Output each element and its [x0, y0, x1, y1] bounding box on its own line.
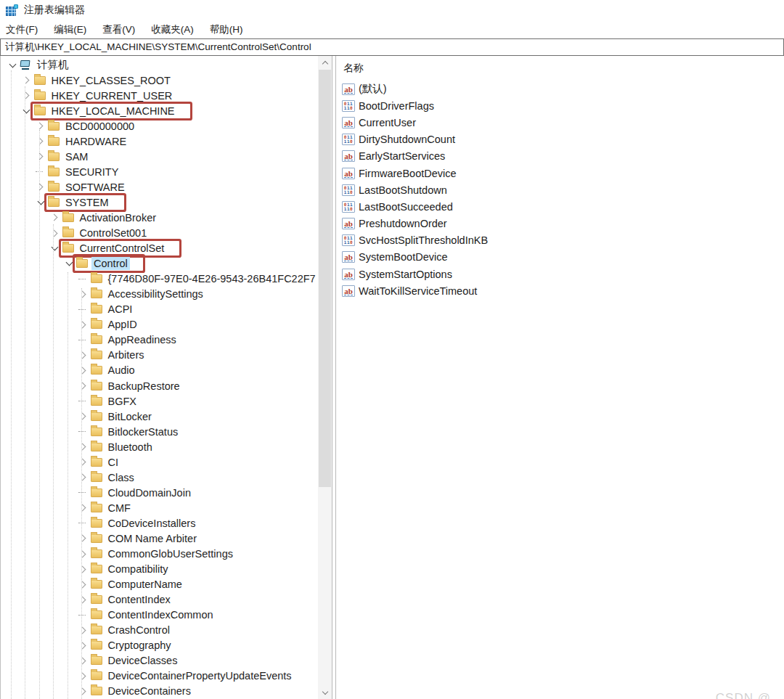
scroll-up-icon[interactable]: [318, 56, 332, 69]
value-row-systembootdevice[interactable]: abSystemBootDevice: [342, 249, 784, 266]
expand-chevron-icon[interactable]: [78, 567, 89, 572]
tree-item-cmf[interactable]: CMF: [1, 500, 316, 515]
value-row-firmwarebootdevice[interactable]: abFirmwareBootDevice: [342, 165, 784, 181]
tree-item-codeviceinstallers[interactable]: CoDeviceInstallers: [1, 515, 316, 531]
address-bar[interactable]: 计算机\HKEY_LOCAL_MACHINE\SYSTEM\CurrentCon…: [0, 38, 784, 56]
expand-chevron-icon[interactable]: [78, 505, 89, 510]
value-row-lastbootshutdown[interactable]: 011110LastBootShutdown: [342, 181, 784, 198]
tree-item-controlset001[interactable]: ControlSet001: [1, 226, 316, 241]
expand-chevron-icon[interactable]: [49, 215, 61, 220]
expand-chevron-icon[interactable]: [78, 643, 89, 648]
tree-item-arbiters[interactable]: Arbiters: [1, 348, 316, 363]
tree-item-计算机[interactable]: 计算机: [1, 57, 316, 73]
tree-item-com-name-arbiter[interactable]: COM Name Arbiter: [1, 531, 316, 546]
tree-item-bgfx[interactable]: BGFX: [1, 393, 316, 409]
tree-item-backuprestore[interactable]: BackupRestore: [1, 378, 316, 393]
expand-chevron-icon[interactable]: [35, 184, 46, 189]
expand-chevron-icon[interactable]: [78, 552, 89, 557]
value-row-bootdriverflags[interactable]: 011110BootDriverFlags: [342, 97, 784, 114]
tree-item-devicecontainerpropertyupdateevents[interactable]: DeviceContainerPropertyUpdateEvents: [1, 669, 316, 684]
tree-item-bcd00000000[interactable]: BCD00000000: [1, 118, 316, 134]
expand-chevron-icon[interactable]: [78, 444, 89, 449]
expand-chevron-icon[interactable]: [78, 459, 89, 465]
value-row-lastbootsucceeded[interactable]: 011110LastBootSucceeded: [342, 198, 784, 215]
expand-chevron-icon[interactable]: [78, 674, 89, 679]
expand-chevron-icon[interactable]: [35, 123, 46, 128]
tree-item-hkey-current-user[interactable]: HKEY_CURRENT_USER: [1, 88, 316, 103]
tree-item-class[interactable]: Class: [1, 470, 316, 485]
value-row-systemstartoptions[interactable]: abSystemStartOptions: [342, 266, 784, 282]
expand-chevron-icon[interactable]: [21, 78, 33, 83]
expand-chevron-icon[interactable]: [78, 536, 89, 541]
tree-item-cryptography[interactable]: Cryptography: [1, 638, 316, 653]
value-row-waittokillservicetimeout[interactable]: abWaitToKillServiceTimeout: [342, 282, 784, 299]
menu-help[interactable]: 帮助(H): [210, 23, 243, 36]
expand-chevron-icon[interactable]: [78, 658, 89, 663]
tree-item-ci[interactable]: CI: [1, 454, 316, 470]
tree-item-hkey-local-machine[interactable]: HKEY_LOCAL_MACHINE: [1, 103, 316, 118]
tree-item-crashcontrol[interactable]: CrashControl: [1, 623, 316, 638]
scrollbar-thumb[interactable]: [319, 70, 331, 487]
expand-chevron-icon[interactable]: [78, 582, 89, 587]
tree-item-bitlockerstatus[interactable]: BitlockerStatus: [1, 424, 316, 439]
tree-item-currentcontrolset[interactable]: CurrentControlSet: [1, 241, 316, 256]
collapse-chevron-icon[interactable]: [49, 247, 61, 250]
collapse-chevron-icon[interactable]: [7, 64, 18, 67]
expand-chevron-icon[interactable]: [78, 322, 89, 327]
expand-chevron-icon[interactable]: [78, 414, 89, 419]
expand-chevron-icon[interactable]: [35, 154, 46, 159]
tree-item-commonglobusersettings[interactable]: CommonGlobUserSettings: [1, 547, 316, 562]
tree-item-devicecontainers[interactable]: DeviceContainers: [1, 684, 316, 699]
tree-item-sam[interactable]: SAM: [1, 149, 316, 164]
expand-chevron-icon[interactable]: [78, 475, 89, 480]
expand-chevron-icon[interactable]: [78, 628, 89, 633]
menu-view[interactable]: 查看(V): [102, 23, 135, 36]
collapse-chevron-icon[interactable]: [63, 262, 75, 265]
scroll-down-icon[interactable]: [318, 686, 332, 699]
expand-chevron-icon[interactable]: [78, 383, 89, 388]
expand-chevron-icon[interactable]: [78, 353, 89, 358]
tree-item-acpi[interactable]: ACPI: [1, 302, 316, 317]
value-row-dirtyshutdowncount[interactable]: 011110DirtyShutdownCount: [342, 131, 784, 148]
value-row-currentuser[interactable]: abCurrentUser: [342, 114, 784, 131]
expand-chevron-icon[interactable]: [78, 368, 89, 373]
tree-item-software[interactable]: SOFTWARE: [1, 179, 316, 195]
expand-chevron-icon[interactable]: [78, 292, 89, 297]
tree-item-activationbroker[interactable]: ActivationBroker: [1, 210, 316, 225]
tree-item-hardware[interactable]: HARDWARE: [1, 134, 316, 149]
tree-item-computername[interactable]: ComputerName: [1, 577, 316, 592]
value-row-preshutdownorder[interactable]: abPreshutdownOrder: [342, 216, 784, 232]
expand-chevron-icon[interactable]: [21, 93, 33, 98]
expand-chevron-icon[interactable]: [35, 139, 46, 144]
tree-item-security[interactable]: SECURITY: [1, 164, 316, 179]
tree-item-control[interactable]: Control: [1, 256, 316, 271]
expand-chevron-icon[interactable]: [49, 231, 61, 236]
tree-item-bitlocker[interactable]: BitLocker: [1, 409, 316, 424]
tree-item-deviceclasses[interactable]: DeviceClasses: [1, 653, 316, 669]
tree-item-system[interactable]: SYSTEM: [1, 195, 316, 210]
tree-item-hkey-classes-root[interactable]: HKEY_CLASSES_ROOT: [1, 73, 316, 88]
tree-scrollbar[interactable]: [318, 56, 332, 699]
tree-item-clouddomainjoin[interactable]: CloudDomainJoin: [1, 485, 316, 500]
menu-file[interactable]: 文件(F): [6, 23, 38, 36]
tree-item-contentindex[interactable]: ContentIndex: [1, 592, 316, 608]
menu-edit[interactable]: 编辑(E): [54, 23, 86, 36]
tree-item-appid[interactable]: AppID: [1, 317, 316, 332]
tree-item-7746d80f-97e0-4e26-9543-26b41fc22f7[interactable]: {7746D80F-97E0-4E26-9543-26B41FC22F7: [1, 271, 316, 287]
menu-favorites[interactable]: 收藏夹(A): [151, 23, 194, 36]
folder-icon: [48, 152, 63, 161]
collapse-chevron-icon[interactable]: [21, 110, 33, 113]
tree-item-audio[interactable]: Audio: [1, 363, 316, 378]
expand-chevron-icon[interactable]: [78, 597, 89, 602]
tree-item-accessibilitysettings[interactable]: AccessibilitySettings: [1, 287, 316, 302]
tree-item-appreadiness[interactable]: AppReadiness: [1, 332, 316, 348]
value-row-svchostsplitthresholdinkb[interactable]: 011110SvcHostSplitThresholdInKB: [342, 232, 784, 249]
values-column-header[interactable]: 名称: [342, 59, 784, 81]
value-row-默认[interactable]: ab(默认): [342, 81, 784, 97]
tree-item-bluetooth[interactable]: Bluetooth: [1, 439, 316, 454]
collapse-chevron-icon[interactable]: [35, 201, 46, 204]
expand-chevron-icon[interactable]: [78, 689, 89, 694]
tree-item-compatibility[interactable]: Compatibility: [1, 562, 316, 577]
tree-item-contentindexcommon[interactable]: ContentIndexCommon: [1, 608, 316, 623]
value-row-earlystartservices[interactable]: abEarlyStartServices: [342, 148, 784, 165]
